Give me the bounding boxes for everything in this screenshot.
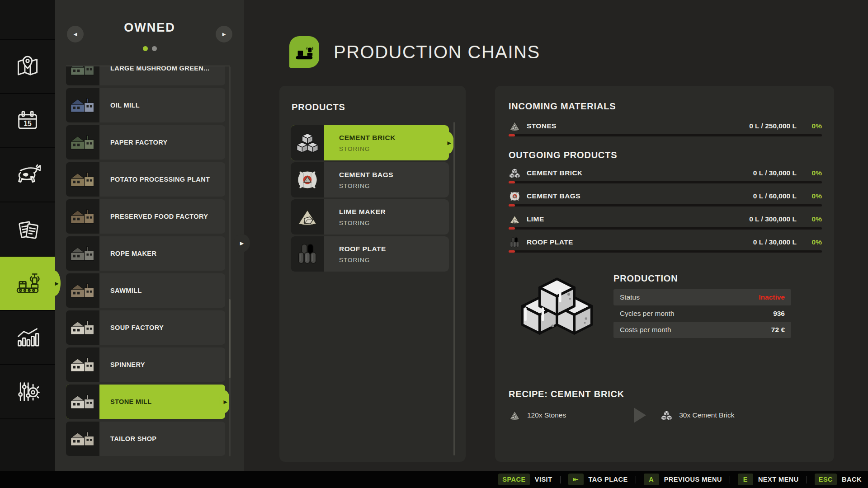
product-item-cement-brick-selected[interactable]: CEMENT BRICK STORING ▶ — [291, 125, 449, 160]
list-item-rope-maker[interactable]: ROPE MAKER — [66, 236, 225, 271]
stones-icon — [509, 120, 521, 132]
building-label: SAWMILL — [99, 273, 225, 308]
divider — [730, 476, 730, 483]
product-thumbnail — [291, 236, 324, 272]
production-costs-row: Costs per month 72 € — [613, 322, 791, 338]
material-fill-value: 0 L / 60,000 L — [753, 192, 797, 200]
material-row-stones: STONES 0 L / 250,000 L 0% — [509, 119, 822, 133]
building-image — [69, 354, 96, 375]
list-item-soup-factory[interactable]: SOUP FACTORY — [66, 310, 225, 345]
product-thumbnail — [291, 125, 324, 160]
building-image — [69, 95, 96, 116]
material-row-cement-bags: CEMENT BAGS 0 L / 60,000 L 0% — [509, 189, 822, 203]
building-image — [69, 391, 96, 412]
building-label: SPINNERY — [99, 347, 225, 382]
building-image — [69, 280, 96, 301]
selected-item-arrow-icon: ▶ — [448, 140, 451, 146]
storage-level-bar — [509, 134, 822, 136]
esc-key-badge: ESC — [815, 474, 837, 485]
building-thumbnail — [66, 199, 99, 234]
hint-label: PREVIOUS MENU — [664, 476, 722, 483]
building-image — [69, 428, 96, 449]
hint-tag-place[interactable]: ⇤ TAG PLACE — [568, 474, 628, 485]
sidebar-item-production[interactable]: ▶ — [0, 257, 55, 310]
material-row-lime: LIME 0 L / 300,000 L 0% — [509, 212, 822, 226]
owned-list-scrollbar[interactable] — [229, 66, 231, 456]
lime-icon — [295, 205, 320, 229]
product-status: STORING — [339, 183, 449, 189]
product-item-lime-maker[interactable]: LIME MAKER STORING — [291, 199, 449, 235]
product-thumbnail — [291, 162, 324, 197]
divider — [807, 476, 807, 483]
material-fill-percent: 0% — [797, 122, 822, 130]
hint-visit[interactable]: SPACE VISIT — [498, 474, 552, 485]
owned-next-page-button[interactable]: ▶ — [216, 26, 232, 42]
sidebar-spacer — [0, 419, 55, 471]
products-title: PRODUCTS — [292, 102, 345, 113]
building-thumbnail — [66, 422, 99, 456]
building-label: TAILOR SHOP — [99, 422, 225, 456]
active-tab-arrow-icon: ▶ — [55, 281, 59, 286]
roof-plate-icon — [509, 236, 521, 249]
product-thumbnail — [291, 199, 324, 235]
storage-level-marker — [509, 250, 515, 253]
building-thumbnail — [66, 66, 99, 85]
list-item-oil-mill[interactable]: OIL MILL — [66, 88, 225, 122]
sidebar-item-settings[interactable] — [0, 365, 55, 418]
building-label: OIL MILL — [99, 88, 225, 122]
hint-next-menu[interactable]: E NEXT MENU — [738, 474, 799, 485]
product-item-cement-bags[interactable]: CEMENT BAGS STORING — [291, 162, 449, 197]
main-content: PRODUCTION CHAINS PRODUCTS CEMENT BRICK … — [244, 0, 868, 471]
calendar-icon — [14, 108, 41, 134]
production-chains-icon — [289, 36, 319, 68]
list-item-sawmill[interactable]: SAWMILL — [66, 273, 225, 308]
product-item-roof-plate[interactable]: ROOF PLATE STORING — [291, 236, 449, 272]
page-dot-active — [143, 46, 148, 51]
building-label: PAPER FACTORY — [99, 125, 225, 160]
scrollbar-thumb[interactable] — [229, 299, 231, 378]
material-label: LIME — [527, 215, 544, 223]
list-item-potato-processing-plant[interactable]: POTATO PROCESSING PLANT — [66, 162, 225, 197]
statistics-icon — [14, 324, 41, 351]
footer-keybar: SPACE VISIT ⇤ TAG PLACE A PREVIOUS MENU … — [0, 471, 868, 488]
outgoing-products-title: OUTGOING PRODUCTS — [509, 150, 822, 160]
cement-brick-image — [517, 273, 597, 344]
sidebar-item-animals[interactable] — [0, 148, 55, 202]
hint-label: NEXT MENU — [758, 476, 799, 483]
list-item-preserved-food-factory[interactable]: PRESERVED FOOD FACTORY — [66, 199, 225, 234]
settings-sliders-icon — [14, 379, 41, 405]
building-image — [69, 169, 96, 190]
product-status: STORING — [339, 145, 449, 152]
stones-icon — [509, 409, 521, 422]
list-item-stone-mill-selected[interactable]: STONE MILL ▶ — [66, 385, 225, 419]
hint-previous-menu[interactable]: A PREVIOUS MENU — [644, 474, 722, 485]
owned-header: ◀ OWNED ▶ — [55, 0, 244, 66]
list-item-spinnery[interactable]: SPINNERY — [66, 347, 225, 382]
production-icon — [14, 270, 41, 296]
tab-key-badge: ⇤ — [568, 474, 584, 485]
page-header: PRODUCTION CHAINS — [289, 36, 540, 68]
sidebar-item-contracts[interactable] — [0, 202, 55, 256]
hint-label: BACK — [842, 476, 862, 483]
recipe-row: 120x Stones 30x Cement Brick — [509, 408, 822, 423]
product-label: ROOF PLATE — [339, 245, 449, 253]
material-fill-percent: 0% — [797, 169, 822, 177]
list-item-large-mushroom-greenhouse[interactable]: LARGE MUSHROOM GREEN... — [66, 66, 225, 85]
production-title: PRODUCTION — [613, 273, 791, 284]
lime-icon — [509, 213, 521, 225]
sidebar-item-map[interactable] — [0, 40, 55, 93]
sidebar-item-statistics[interactable] — [0, 311, 55, 364]
list-item-tailor-shop[interactable]: TAILOR SHOP — [66, 422, 225, 456]
e-key-badge: E — [738, 474, 753, 485]
cement-bag-icon — [295, 168, 320, 192]
sidebar-item-calendar[interactable] — [0, 94, 55, 147]
costs-value: 72 € — [771, 326, 785, 334]
owned-panel-expand-arrow[interactable]: ▶ — [234, 234, 250, 252]
product-status: STORING — [339, 220, 449, 226]
products-scrollbar[interactable] — [453, 122, 455, 455]
products-list: CEMENT BRICK STORING ▶ CEMENT BAGS STORI… — [291, 125, 449, 273]
row-label: Costs per month — [620, 326, 671, 334]
list-item-paper-factory[interactable]: PAPER FACTORY — [66, 125, 225, 160]
product-label: CEMENT BRICK — [339, 134, 449, 142]
hint-back[interactable]: ESC BACK — [815, 474, 862, 485]
